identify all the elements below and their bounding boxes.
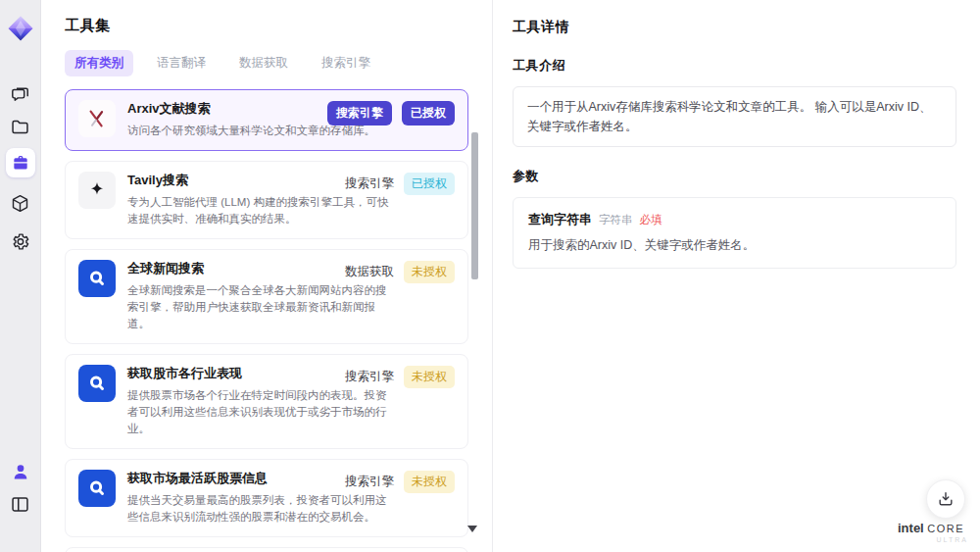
nav-chat[interactable] xyxy=(6,78,35,108)
param-name: 查询字符串 xyxy=(528,211,592,228)
param-type: 字符串 xyxy=(599,213,633,227)
page-title: 工具集 xyxy=(65,17,492,35)
briefcase-icon xyxy=(11,153,30,173)
param-required-flag: 必填 xyxy=(640,213,662,227)
nav-tools[interactable] xyxy=(6,148,35,177)
gear-icon xyxy=(10,231,30,252)
tool-card-list: Arxiv文献搜索 访问各个研究领域大量科学论文和文章的存储库。 搜索引擎 已授… xyxy=(65,89,468,552)
brand-core-text: CORE xyxy=(927,523,964,534)
list-scrollbar[interactable] xyxy=(471,132,478,279)
nav-files[interactable] xyxy=(6,112,35,141)
auth-status-badge: 未授权 xyxy=(404,261,455,283)
brand-sub-text: ULTRA xyxy=(898,536,968,544)
category-label: 搜索引擎 xyxy=(345,369,394,385)
param-description: 用于搜索的Arxiv ID、关键字或作者姓名。 xyxy=(528,237,941,254)
nav-settings[interactable] xyxy=(6,226,35,256)
tool-description: 提供股票市场各个行业在特定时间段内的表现。投资者可以利用这些信息来识别表现优于或… xyxy=(127,387,390,437)
tab-data-fetch[interactable]: 数据获取 xyxy=(229,50,298,76)
auth-status-badge: 已授权 xyxy=(402,101,455,125)
auth-status-badge: 未授权 xyxy=(404,471,455,493)
user-icon xyxy=(11,462,30,481)
parameter-card: 查询字符串 字符串 必填 用于搜索的Arxiv ID、关键字或作者姓名。 xyxy=(513,197,956,269)
intel-core-logo: intel CORE ULTRA xyxy=(898,522,968,544)
tab-translation[interactable]: 语言翻译 xyxy=(147,50,216,76)
arxiv-logo-icon xyxy=(78,100,116,137)
download-icon xyxy=(936,489,956,509)
tab-all-categories[interactable]: 所有类别 xyxy=(65,50,133,76)
intro-text-box: 一个用于从Arxiv存储库搜索科学论文和文章的工具。 输入可以是Arxiv ID… xyxy=(513,86,956,147)
tavily-star-icon xyxy=(78,172,116,209)
icon-rail xyxy=(0,0,41,552)
category-label: 数据获取 xyxy=(345,264,394,280)
category-tabs: 所有类别 语言翻译 数据获取 搜索引擎 xyxy=(65,50,492,76)
category-label: 搜索引擎 xyxy=(345,176,394,192)
tool-list-panel: 工具集 所有类别 语言翻译 数据获取 搜索引擎 Arxiv文献搜索 访问各个研究… xyxy=(41,0,492,552)
tool-description: 全球新闻搜索是一个聚合全球各大新闻网站内容的搜索引擎，帮助用户快速获取全球最新资… xyxy=(127,282,390,332)
tool-card-tavily[interactable]: Tavily搜索 专为人工智能代理 (LLM) 构建的搜索引擎工具，可快速提供实… xyxy=(65,161,468,239)
tool-description: 专为人工智能代理 (LLM) 构建的搜索引擎工具，可快速提供实时、准确和真实的结… xyxy=(127,194,390,227)
category-badge: 搜索引擎 xyxy=(327,101,392,125)
folder-icon xyxy=(10,117,30,137)
nav-models[interactable] xyxy=(6,188,35,218)
news-search-blue-icon xyxy=(78,260,116,297)
tool-card-arxiv[interactable]: Arxiv文献搜索 访问各个研究领域大量科学论文和文章的存储库。 搜索引擎 已授… xyxy=(65,89,468,151)
stock-search-blue-icon xyxy=(78,470,116,507)
scroll-down-arrow[interactable] xyxy=(467,526,477,532)
app-logo[interactable] xyxy=(4,12,37,45)
tool-card-most-active-stocks[interactable]: 获取市场最活跃股票信息 提供当天交易量最高的股票列表，投资者可以利用这些信息来识… xyxy=(65,459,468,537)
auth-status-badge: 未授权 xyxy=(404,366,455,388)
params-heading: 参数 xyxy=(513,168,956,185)
details-title: 工具详情 xyxy=(513,19,956,36)
cube-icon xyxy=(10,193,30,214)
category-label: 搜索引擎 xyxy=(345,474,394,490)
app-logo-gem-icon xyxy=(7,15,34,42)
auth-status-badge: 已授权 xyxy=(404,173,455,195)
stock-search-blue-icon xyxy=(78,365,116,402)
chat-icon xyxy=(10,83,30,104)
tool-card-sector-performance[interactable]: 获取股市各行业表现 提供股票市场各个行业在特定时间段内的表现。投资者可以利用这些… xyxy=(65,354,468,449)
tool-description: 提供当天交易量最高的股票列表，投资者可以利用这些信息来识别流动性强的股票和潜在的… xyxy=(127,492,390,526)
tool-details-panel: 工具详情 工具介绍 一个用于从Arxiv存储库搜索科学论文和文章的工具。 输入可… xyxy=(492,0,980,552)
nav-panel-toggle[interactable] xyxy=(6,489,35,519)
panel-toggle-icon xyxy=(10,494,30,515)
tool-card-global-news[interactable]: 全球新闻搜索 全球新闻搜索是一个聚合全球各大新闻网站内容的搜索引擎，帮助用户快速… xyxy=(65,249,468,344)
intro-heading: 工具介绍 xyxy=(513,57,956,75)
brand-intel-text: intel xyxy=(898,521,924,535)
tool-card-regional-news[interactable]: 万维地区新闻查询 查询具体行政区划内的新闻，快速了解各地新闻动态 搜索引擎 未授… xyxy=(65,547,468,552)
nav-account[interactable] xyxy=(6,457,35,486)
download-button[interactable] xyxy=(926,479,965,519)
tab-search-engine[interactable]: 搜索引擎 xyxy=(312,50,380,76)
